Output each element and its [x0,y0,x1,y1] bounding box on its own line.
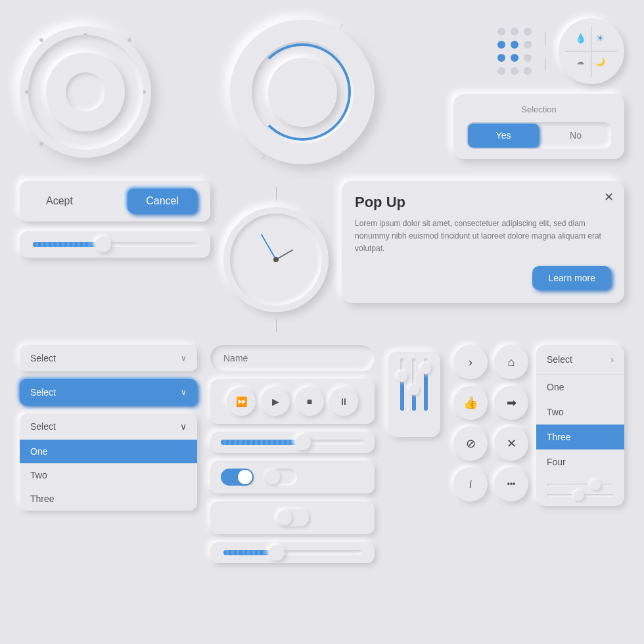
dropdowns-column: Select ∨ Select ∨ Select ∨ One Two Three [20,345,197,511]
popup-close-button[interactable]: ✕ [604,190,614,204]
popup-title: Pop Up [355,194,611,211]
forward-button[interactable]: ➡ [494,386,528,420]
sun-ring [252,41,354,143]
slider-fill [33,242,99,247]
dropdown-item-three[interactable]: Three [20,487,197,511]
close-button[interactable]: ✕ [494,426,528,461]
thumbsup-button[interactable]: 👍 [453,386,488,420]
learn-more-button[interactable]: Learn more [532,266,611,290]
block-button[interactable]: ⊘ [453,426,488,461]
toggle-yes[interactable]: Yes [468,124,539,147]
toggle-thumb-on [238,470,252,484]
dropdown-item-two[interactable]: Two [20,463,197,487]
vert-track-1 [400,358,404,411]
stop-button[interactable]: ■ [295,387,324,416]
dot-6 [524,41,532,49]
dot-1 [497,28,505,35]
dropdown-plain-label: Select [30,353,56,363]
dropdown-blue[interactable]: Select ∨ [20,379,197,405]
brightness-knob[interactable] [227,16,378,168]
svg-text:☀: ☀ [596,33,605,43]
toggle-switch-small[interactable] [276,509,309,526]
vert-fill-1 [400,379,404,411]
weather-wheel[interactable]: ☀ 💧 ☁ 🌙 [559,18,624,84]
right-dropdown-item-two[interactable]: Two [536,400,624,425]
toggle-no[interactable]: No [540,122,611,149]
bottom-slider-container [210,542,375,563]
slider-thumb[interactable] [95,237,111,252]
vert-thumb-2[interactable] [409,384,419,395]
clock-minute-hand [261,234,277,260]
dot-4 [497,41,505,49]
accept-button[interactable]: Acept [33,190,86,212]
dot-11 [511,67,518,75]
blue-slider-track [221,440,364,445]
clock-top-line [276,187,277,200]
info-button[interactable]: i [453,467,488,501]
row-1: ☀ 💧 ☁ 🌙 Selection Yes No [20,16,624,168]
blue-slider-container [210,432,375,453]
play-button[interactable]: ▶ [261,387,290,416]
right-dropdown-item-four[interactable]: Four [536,449,624,474]
dr-slider-track-1 [547,484,614,486]
home-button[interactable]: ⌂ [494,345,528,379]
mobile-frame-section [388,352,440,437]
right-dropdown-sliders [536,474,624,506]
name-input[interactable] [210,345,375,371]
right-dropdown-header[interactable]: Select › [536,345,624,375]
dr-thumb-1[interactable] [590,480,601,490]
right-dropdown-item-three[interactable]: Three [536,425,624,449]
dr-thumb-2[interactable] [574,490,584,501]
dropdown-blue-label: Select [30,387,56,398]
vert-fill-2 [412,392,416,411]
dropdown-item-one[interactable]: One [20,440,197,463]
sun-inner [268,58,337,127]
dropdown-plain[interactable]: Select ∨ [20,345,197,371]
chevron-right-icon: › [610,354,614,365]
popup-card: ✕ Pop Up Lorem ipsum dolor sit amet, con… [342,181,624,303]
vertical-sliders [400,358,428,411]
clock-dial[interactable] [223,207,329,312]
bottom-slider-track [223,550,361,555]
left-controls: Acept Cancel [20,181,210,258]
right-dropdown: Select › One Two Three Four [536,345,624,506]
row-3: Select ∨ Select ∨ Select ∨ One Two Three [20,345,624,563]
page: ☀ 💧 ☁ 🌙 Selection Yes No [0,0,644,644]
selection-card: Selection Yes No [453,94,624,159]
button-group: Acept Cancel [20,181,210,221]
toggle-switch-on[interactable] [221,469,254,486]
chevron-right-button[interactable]: › [453,345,488,379]
icon-buttons-grid: › ⌂ 👍 ➡ ⊘ ✕ i ••• [453,345,528,506]
dot-9 [524,54,532,62]
clock-bottom-line [276,319,277,332]
name-input-wrapper [210,345,375,371]
toggles-row [210,461,375,494]
bottom-slider-thumb[interactable] [269,545,285,561]
vert-thumb-1[interactable] [397,371,407,382]
cancel-button[interactable]: Cancel [127,189,197,214]
dropdown-expanded-header[interactable]: Select ∨ [20,413,197,440]
right-dropdown-item-one[interactable]: One [536,375,624,400]
dot-10 [497,67,505,75]
weather-wheel-svg: ☀ 💧 ☁ 🌙 [562,22,621,81]
pause-button[interactable]: ⏸ [329,387,358,416]
more-button[interactable]: ••• [494,467,528,501]
mobile-frame [388,352,440,437]
toggle-small-thumb [277,511,292,525]
blue-slider-thumb[interactable] [295,434,311,450]
small-toggle-container [210,501,375,534]
main-slider-container [20,231,210,258]
svg-text:💧: 💧 [575,33,587,44]
volume-knob[interactable] [20,26,151,158]
dot-5 [511,41,518,49]
chevron-down-expanded-icon: ∨ [180,421,187,432]
dropdown-expanded: Select ∨ One Two Three [20,413,197,511]
vert-thumb-3[interactable] [421,363,431,374]
slider-track [33,242,197,247]
toggle-switch-off[interactable] [264,469,297,486]
knob-center [66,72,105,112]
dot-7 [497,54,505,62]
fast-forward-button[interactable]: ⏩ [227,387,256,416]
knob-inner-ring [46,53,125,131]
right-section: › ⌂ 👍 ➡ ⊘ ✕ i ••• Select › One Two Three… [453,345,624,506]
